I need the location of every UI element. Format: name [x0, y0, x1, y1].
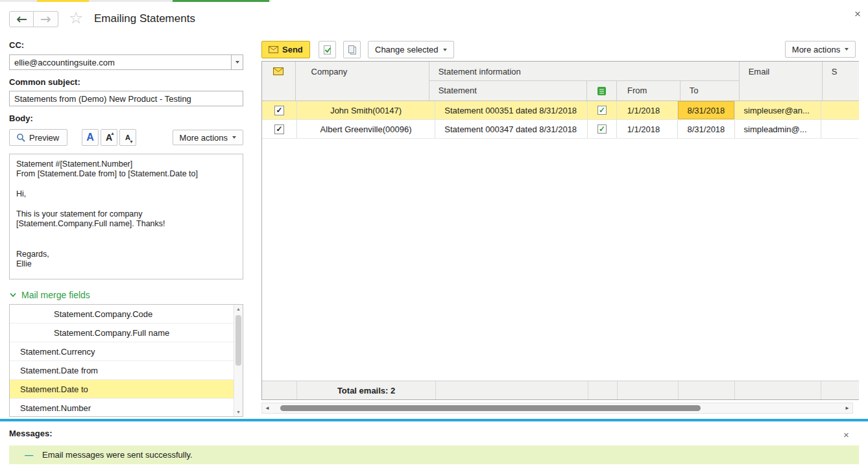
- check-all-button[interactable]: [319, 41, 336, 58]
- table-row[interactable]: ✓ Albert Greenville(00096) Statement 000…: [262, 120, 859, 139]
- statement-checkbox-checked[interactable]: ✓: [597, 106, 607, 115]
- change-selected-button[interactable]: Change selected: [368, 41, 454, 58]
- chevron-down-icon: [443, 49, 447, 51]
- scroll-up-icon[interactable]: ▲: [234, 307, 243, 311]
- header-from: From: [617, 81, 681, 100]
- merge-fields-label: Mail merge fields: [21, 290, 90, 300]
- font-decrease-button[interactable]: A▼: [119, 129, 136, 146]
- header-to: To: [681, 81, 739, 100]
- scroll-left-icon[interactable]: ◄: [262, 405, 272, 411]
- table-footer: Total emails: 2: [262, 381, 859, 399]
- subject-label: Common subject:: [9, 77, 80, 87]
- row-checkbox-checked[interactable]: ✓: [274, 124, 284, 134]
- cc-combo: [9, 54, 243, 70]
- merge-fields-list: Statement.Company.Code Statement.Company…: [9, 304, 243, 417]
- envelope-icon: [269, 46, 278, 53]
- arrow-right-icon: [40, 16, 52, 23]
- scrollbar-thumb[interactable]: [280, 405, 701, 411]
- caret-down-icon: ▼: [129, 139, 134, 144]
- subject-input[interactable]: [9, 91, 243, 106]
- message-bullet-icon: —: [9, 450, 42, 460]
- header-email: Email: [740, 62, 823, 100]
- font-color-button[interactable]: A: [82, 129, 99, 146]
- cc-label: CC:: [9, 40, 24, 50]
- merge-fields-toggle[interactable]: Mail merge fields: [9, 290, 90, 300]
- merge-field-label: Statement.Number: [20, 403, 91, 413]
- merge-field-item-selected[interactable]: Statement.Date to: [10, 380, 234, 399]
- chevron-down-icon: [845, 48, 849, 51]
- table-horizontal-scrollbar[interactable]: ◄ ►: [261, 403, 853, 414]
- search-icon: [16, 133, 25, 142]
- forward-button[interactable]: [34, 11, 58, 27]
- messages-close-icon[interactable]: ×: [843, 429, 849, 440]
- emailing-statements-window: ☆ Emailing Statements × CC: Common subje…: [0, 0, 868, 472]
- header-mail-column: [262, 62, 296, 100]
- body-label: Body:: [9, 113, 33, 123]
- table-row[interactable]: ✓ John Smith(00147) Statement 000351 dat…: [262, 101, 859, 120]
- message-text: Email messages were sent successfully.: [42, 450, 193, 460]
- cell-email[interactable]: simpleadmin@...: [735, 120, 821, 138]
- scroll-down-icon[interactable]: ▼: [234, 410, 243, 414]
- format-buttons: A A▲ A▼: [82, 129, 136, 146]
- copy-icon: [347, 45, 357, 55]
- preview-button[interactable]: Preview: [9, 129, 67, 146]
- cell-company[interactable]: Albert Greenville(00096): [297, 120, 435, 138]
- chevron-down-icon: [232, 136, 236, 139]
- chevron-down-icon: [9, 292, 17, 298]
- cc-dropdown-button[interactable]: [231, 55, 243, 69]
- total-emails: Total emails: 2: [297, 381, 436, 399]
- merge-field-item[interactable]: Statement.Date from: [10, 361, 234, 380]
- merge-field-label: Statement.Date from: [20, 366, 98, 375]
- caret-up-icon: ▲: [110, 131, 115, 136]
- scrollbar-thumb[interactable]: [235, 315, 241, 366]
- cell-from[interactable]: 1/1/2018: [617, 120, 679, 138]
- merge-field-label: Statement.Currency: [20, 347, 95, 357]
- send-button[interactable]: Send: [261, 41, 310, 58]
- preview-label: Preview: [29, 133, 59, 143]
- merge-field-item[interactable]: Statement.Company.Code: [10, 305, 234, 324]
- row-checkbox-checked[interactable]: ✓: [274, 106, 284, 115]
- merge-field-label: Statement.Date to: [20, 384, 88, 394]
- header-clipped-column: S: [823, 62, 859, 100]
- cell-email[interactable]: simpleuser@an...: [735, 101, 821, 119]
- header-spreadsheet-column: [587, 81, 617, 100]
- cell-from[interactable]: 1/1/2018: [617, 101, 679, 119]
- cell-to[interactable]: 8/31/2018: [678, 120, 734, 138]
- blue-divider: [0, 419, 868, 421]
- cell-to-active[interactable]: 8/31/2018: [678, 101, 734, 119]
- cell-statement[interactable]: Statement 000347 dated 8/31/2018: [435, 120, 588, 138]
- scroll-right-icon[interactable]: ►: [842, 405, 852, 411]
- messages-label: Messages:: [9, 429, 52, 438]
- cell-clipped[interactable]: [821, 120, 859, 138]
- header-company: Company: [296, 62, 429, 100]
- cc-input[interactable]: [10, 55, 231, 69]
- statement-checkbox-checked[interactable]: ✓: [597, 124, 607, 134]
- merge-field-item[interactable]: Statement.Currency: [10, 342, 234, 361]
- body-more-actions-button[interactable]: More actions: [173, 130, 243, 145]
- table-more-actions-button[interactable]: More actions: [785, 41, 856, 58]
- header-statement-information-group: Statement information Statement From To: [429, 62, 740, 100]
- favorite-star-icon[interactable]: ☆: [69, 8, 83, 27]
- merge-field-item[interactable]: Statement.Company.Full name: [10, 324, 234, 342]
- merge-fields-scrollbar[interactable]: ▲ ▼: [234, 305, 243, 416]
- window-close-icon[interactable]: ×: [854, 8, 861, 21]
- check-document-icon: [322, 45, 333, 55]
- copy-button[interactable]: [343, 41, 361, 58]
- envelope-icon: [273, 67, 283, 75]
- chevron-down-icon: [235, 61, 239, 64]
- arrow-left-icon: [16, 16, 27, 23]
- merge-field-item[interactable]: Statement.Number: [10, 399, 234, 417]
- statements-table: Company Statement information Statement …: [261, 61, 859, 400]
- header-statement: Statement: [429, 81, 587, 100]
- body-toolbar: Preview A A▲ A▼ More actions: [9, 129, 243, 147]
- page-title: Emailing Statements: [94, 12, 195, 25]
- body-editor[interactable]: Statement #[Statement.Number] From [Stat…: [9, 154, 243, 279]
- cell-company[interactable]: John Smith(00147): [297, 101, 435, 119]
- cell-clipped[interactable]: [821, 101, 859, 119]
- top-tab-fragment-yellow: [37, 0, 89, 2]
- spreadsheet-icon: [597, 86, 607, 96]
- cell-statement[interactable]: Statement 000351 dated 8/31/2018: [435, 101, 588, 119]
- font-increase-button[interactable]: A▲: [101, 129, 117, 146]
- back-button[interactable]: [9, 11, 34, 27]
- top-tab-fragment-green: [173, 0, 269, 2]
